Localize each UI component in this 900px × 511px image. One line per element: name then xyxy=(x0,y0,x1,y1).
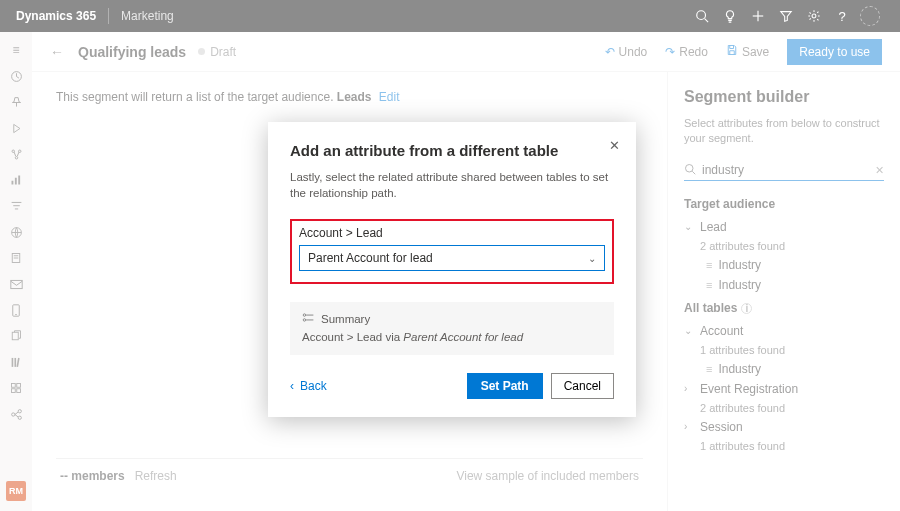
modal-back-button[interactable]: ‹Back xyxy=(290,379,327,393)
modal-description: Lastly, select the related attribute sha… xyxy=(290,169,614,201)
highlighted-region: Account > Lead Parent Account for lead ⌄ xyxy=(290,219,614,284)
modal-title: Add an attribute from a different table xyxy=(290,142,614,159)
close-icon[interactable]: ✕ xyxy=(609,138,620,153)
back-label: Back xyxy=(300,379,327,393)
set-path-button[interactable]: Set Path xyxy=(467,373,543,399)
summary-panel: Summary Account > Lead via Parent Accoun… xyxy=(290,302,614,355)
svg-point-33 xyxy=(303,319,305,321)
path-breadcrumb: Account > Lead xyxy=(299,226,605,240)
summary-label: Summary xyxy=(321,313,370,325)
relationship-dropdown[interactable]: Parent Account for lead ⌄ xyxy=(299,245,605,271)
chevron-left-icon: ‹ xyxy=(290,379,294,393)
dropdown-value: Parent Account for lead xyxy=(308,251,433,265)
svg-point-32 xyxy=(303,314,305,316)
summary-text: Account > Lead via Parent Account for le… xyxy=(302,331,602,343)
chevron-down-icon: ⌄ xyxy=(588,253,596,264)
cancel-button[interactable]: Cancel xyxy=(551,373,614,399)
summary-icon xyxy=(302,312,315,325)
add-attribute-modal: ✕ Add an attribute from a different tabl… xyxy=(268,122,636,417)
